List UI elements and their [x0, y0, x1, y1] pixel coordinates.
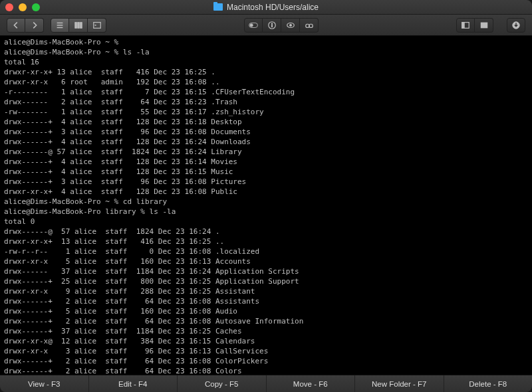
binoculars-button[interactable] [300, 18, 319, 33]
right-group-1 [456, 18, 493, 33]
preview-button[interactable] [281, 18, 300, 33]
view-group [51, 18, 106, 33]
bottom-button-0[interactable]: View - F3 [0, 375, 89, 392]
svg-rect-7 [271, 25, 272, 27]
center-group [244, 18, 319, 33]
svg-rect-2 [80, 22, 82, 28]
minimize-button[interactable] [19, 3, 27, 11]
maximize-button[interactable] [32, 3, 40, 11]
panel-right-button[interactable] [475, 18, 493, 33]
panel-left-button[interactable] [456, 18, 475, 33]
column-view-button[interactable] [69, 18, 88, 33]
svg-rect-0 [74, 22, 76, 28]
close-button[interactable] [5, 3, 13, 11]
bottom-bar: View - F3Edit - F4Copy - F5Move - F6New … [0, 375, 532, 392]
titlebar: Macintosh HD/Users/alice [0, 0, 532, 15]
bottom-button-2[interactable]: Copy - F5 [178, 375, 267, 392]
list-view-button[interactable] [51, 18, 69, 33]
svg-point-10 [289, 24, 291, 26]
terminal-view-button[interactable] [88, 18, 106, 33]
app-window: Macintosh HD/Users/alice [0, 0, 532, 392]
svg-rect-15 [480, 22, 487, 28]
toggle-button[interactable] [244, 18, 263, 33]
svg-point-11 [305, 24, 309, 27]
bottom-button-3[interactable]: Move - F6 [267, 375, 356, 392]
nav-group [7, 18, 44, 33]
bottom-button-5[interactable]: Delete - F8 [444, 375, 533, 392]
window-title-text: Macintosh HD/Users/alice [227, 3, 319, 12]
svg-rect-14 [462, 22, 465, 28]
svg-point-12 [309, 24, 313, 27]
bottom-button-1[interactable]: Edit - F4 [89, 375, 178, 392]
svg-rect-1 [77, 22, 79, 28]
folder-icon [213, 3, 223, 11]
terminal-output[interactable]: alice@Dims-MacBook-Pro ~ % alice@Dims-Ma… [0, 36, 532, 375]
window-title: Macintosh HD/Users/alice [0, 3, 532, 12]
toolbar [0, 15, 532, 36]
svg-rect-3 [93, 22, 100, 28]
forward-button[interactable] [25, 18, 44, 33]
download-button[interactable] [507, 18, 525, 33]
svg-point-5 [250, 23, 253, 27]
bottom-button-4[interactable]: New Folder - F7 [355, 375, 444, 392]
back-button[interactable] [7, 18, 25, 33]
info-button[interactable] [263, 18, 281, 33]
window-controls [5, 3, 40, 11]
svg-rect-8 [271, 23, 272, 23]
